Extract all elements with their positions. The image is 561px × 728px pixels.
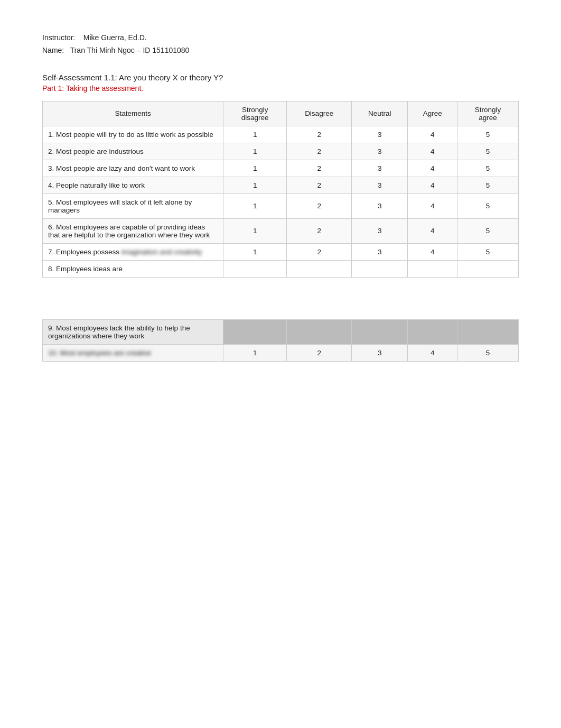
cell-8-1: [223, 260, 287, 277]
cell-3-1: 1: [223, 160, 287, 177]
cell-6-1: 1: [223, 218, 287, 243]
cell-6-5: 5: [457, 218, 519, 243]
cell-9-3: ●: [352, 319, 408, 344]
table-header-row: Statements Stronglydisagree Disagree Neu…: [43, 101, 519, 126]
cell-4-2: 2: [287, 177, 352, 193]
gap-row: [43, 277, 519, 319]
statement-8: 8. Employees ideas are: [43, 260, 223, 277]
statement-7: 7. Employees possess imagination and cre…: [43, 243, 223, 260]
cell-10-5: 5: [457, 344, 519, 361]
cell-5-2: 2: [287, 193, 352, 218]
table-row: 1. Most people will try to do as little …: [43, 126, 519, 143]
table-row: 5. Most employees will slack of it left …: [43, 193, 519, 218]
statement-5: 5. Most employees will slack of it left …: [43, 193, 223, 218]
cell-10-1: 1: [223, 344, 287, 361]
cell-2-2: 2: [287, 143, 352, 160]
cell-2-5: 5: [457, 143, 519, 160]
cell-1-5: 5: [457, 126, 519, 143]
cell-5-1: 1: [223, 193, 287, 218]
statement-4: 4. People naturally like to work: [43, 177, 223, 193]
cell-8-2: [287, 260, 352, 277]
instructor-name: Mike Guerra, Ed.D.: [83, 33, 147, 42]
cell-3-2: 2: [287, 160, 352, 177]
cell-10-3: 3: [352, 344, 408, 361]
table-row: 2. Most people are industrious 1 2 3 4 5: [43, 143, 519, 160]
table-row: 4. People naturally like to work 1 2 3 4…: [43, 177, 519, 193]
blurred-text-7: imagination and creativity: [121, 248, 202, 256]
header-statements: Statements: [43, 101, 223, 126]
cell-1-3: 3: [352, 126, 408, 143]
cell-2-1: 1: [223, 143, 287, 160]
cell-3-5: 5: [457, 160, 519, 177]
header-agree: Agree: [408, 101, 457, 126]
cell-9-2: ●: [287, 319, 352, 344]
cell-6-3: 3: [352, 218, 408, 243]
cell-1-2: 2: [287, 126, 352, 143]
cell-2-4: 4: [408, 143, 457, 160]
statement-1: 1. Most people will try to do as little …: [43, 126, 223, 143]
cell-10-4: 4: [408, 344, 457, 361]
cell-6-2: 2: [287, 218, 352, 243]
name-line: Name: Tran Thi Minh Ngoc – ID 151101080: [42, 44, 519, 57]
table-row: 8. Employees ideas are: [43, 260, 519, 277]
cell-8-5: [457, 260, 519, 277]
cell-10-2: 2: [287, 344, 352, 361]
header-strongly-agree: Stronglyagree: [457, 101, 519, 126]
table-row: 9. Most employees lack the ability to he…: [43, 319, 519, 344]
cell-5-5: 5: [457, 193, 519, 218]
cell-5-3: 3: [352, 193, 408, 218]
student-name: Tran Thi Minh Ngoc – ID 151101080: [70, 46, 190, 54]
statement-10: 10. Most employees are creative: [43, 344, 223, 361]
cell-7-3: 3: [352, 243, 408, 260]
cell-1-1: 1: [223, 126, 287, 143]
blurred-statement-10: 10. Most employees are creative: [48, 349, 151, 357]
cell-9-4: ●: [408, 319, 457, 344]
statement-3: 3. Most people are lazy and don't want t…: [43, 160, 223, 177]
table-row: 10. Most employees are creative 1 2 3 4 …: [43, 344, 519, 361]
cell-3-4: 4: [408, 160, 457, 177]
statement-2: 2. Most people are industrious: [43, 143, 223, 160]
header-strongly-disagree: Stronglydisagree: [223, 101, 287, 126]
header-disagree: Disagree: [287, 101, 352, 126]
instructor-line: Instructor: Mike Guerra, Ed.D.: [42, 32, 519, 44]
cell-7-4: 4: [408, 243, 457, 260]
cell-5-4: 4: [408, 193, 457, 218]
cell-7-2: 2: [287, 243, 352, 260]
statement-6: 6. Most employees are capable of providi…: [43, 218, 223, 243]
cell-8-3: [352, 260, 408, 277]
cell-9-5: ●: [457, 319, 519, 344]
cell-7-5: 5: [457, 243, 519, 260]
cell-4-5: 5: [457, 177, 519, 193]
table-row: 6. Most employees are capable of providi…: [43, 218, 519, 243]
table-row: 7. Employees possess imagination and cre…: [43, 243, 519, 260]
subtitle: Part 1: Taking the assessment.: [42, 84, 519, 93]
main-title: Self-Assessment 1.1: Are you theory X or…: [42, 73, 519, 82]
table-row: 3. Most people are lazy and don't want t…: [43, 160, 519, 177]
cell-4-3: 3: [352, 177, 408, 193]
assessment-table: Statements Stronglydisagree Disagree Neu…: [42, 101, 519, 362]
title-section: Self-Assessment 1.1: Are you theory X or…: [42, 73, 519, 93]
name-label: Name:: [42, 46, 64, 54]
cell-3-3: 3: [352, 160, 408, 177]
statement-9: 9. Most employees lack the ability to he…: [43, 319, 223, 344]
cell-6-4: 4: [408, 218, 457, 243]
cell-9-1: ●: [223, 319, 287, 344]
header-info: Instructor: Mike Guerra, Ed.D. Name: Tra…: [42, 32, 519, 57]
cell-2-3: 3: [352, 143, 408, 160]
cell-1-4: 4: [408, 126, 457, 143]
cell-4-1: 1: [223, 177, 287, 193]
cell-4-4: 4: [408, 177, 457, 193]
cell-7-1: 1: [223, 243, 287, 260]
header-neutral: Neutral: [352, 101, 408, 126]
instructor-label: Instructor:: [42, 33, 75, 42]
cell-8-4: [408, 260, 457, 277]
